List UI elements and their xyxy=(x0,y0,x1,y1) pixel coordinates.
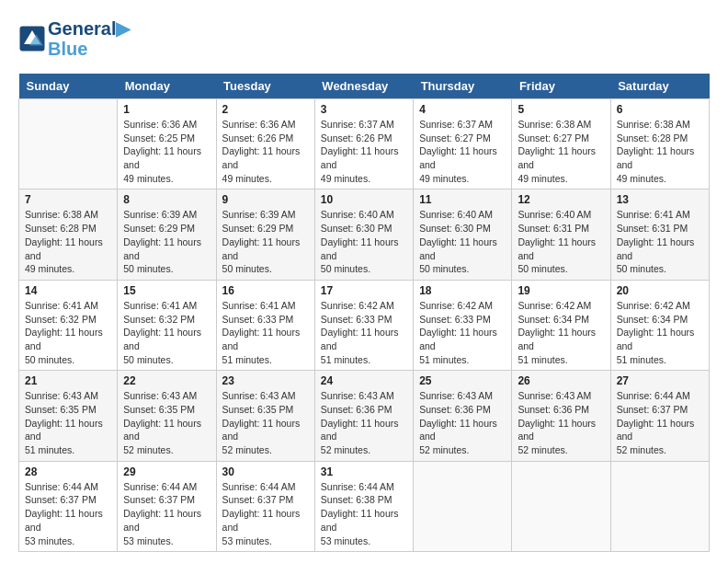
sunrise-text: Sunrise: 6:44 AM xyxy=(25,480,111,494)
daylight-text-2: 50 minutes. xyxy=(518,262,604,276)
sunset-text: Sunset: 6:31 PM xyxy=(617,222,703,236)
calendar-cell: 12Sunrise: 6:40 AMSunset: 6:31 PMDayligh… xyxy=(512,190,610,280)
calendar-cell: 8Sunrise: 6:39 AMSunset: 6:29 PMDaylight… xyxy=(118,190,216,280)
daylight-text-2: 51 minutes. xyxy=(617,353,703,367)
calendar-cell: 13Sunrise: 6:41 AMSunset: 6:31 PMDayligh… xyxy=(610,190,709,280)
sunrise-text: Sunrise: 6:36 AM xyxy=(123,118,210,132)
sunrise-text: Sunrise: 6:41 AM xyxy=(25,299,111,313)
daylight-text-1: Daylight: 11 hours and xyxy=(419,144,506,171)
day-info: Sunrise: 6:40 AMSunset: 6:30 PMDaylight:… xyxy=(419,208,506,275)
day-number: 17 xyxy=(321,284,407,297)
sunset-text: Sunset: 6:37 PM xyxy=(617,403,703,417)
daylight-text-1: Daylight: 11 hours and xyxy=(321,144,407,171)
day-number: 12 xyxy=(518,193,604,206)
calendar-cell: 30Sunrise: 6:44 AMSunset: 6:37 PMDayligh… xyxy=(216,461,314,551)
day-number: 4 xyxy=(419,103,506,116)
day-info: Sunrise: 6:41 AMSunset: 6:33 PMDaylight:… xyxy=(222,299,309,366)
day-info: Sunrise: 6:38 AMSunset: 6:28 PMDaylight:… xyxy=(25,208,111,275)
daylight-text-1: Daylight: 11 hours and xyxy=(321,417,407,443)
sunrise-text: Sunrise: 6:36 AM xyxy=(222,118,309,132)
sunrise-text: Sunrise: 6:40 AM xyxy=(419,208,506,222)
daylight-text-1: Daylight: 11 hours and xyxy=(123,144,210,171)
sunset-text: Sunset: 6:35 PM xyxy=(222,403,309,417)
day-number: 26 xyxy=(518,374,604,387)
sunset-text: Sunset: 6:37 PM xyxy=(222,493,309,507)
sunset-text: Sunset: 6:25 PM xyxy=(123,132,210,145)
logo: General▶ Blue xyxy=(18,18,130,59)
daylight-text-2: 51 minutes. xyxy=(419,353,506,367)
weekday-header-friday: Friday xyxy=(512,74,610,99)
daylight-text-2: 49 minutes. xyxy=(419,172,506,186)
daylight-text-2: 49 minutes. xyxy=(25,262,111,276)
page-header: General▶ Blue xyxy=(18,18,710,59)
sunrise-text: Sunrise: 6:43 AM xyxy=(321,389,407,403)
daylight-text-2: 51 minutes. xyxy=(321,353,407,367)
day-info: Sunrise: 6:44 AMSunset: 6:37 PMDaylight:… xyxy=(25,480,111,547)
calendar-cell: 15Sunrise: 6:41 AMSunset: 6:32 PMDayligh… xyxy=(118,280,216,370)
calendar-cell: 5Sunrise: 6:38 AMSunset: 6:27 PMDaylight… xyxy=(512,99,610,190)
sunrise-text: Sunrise: 6:42 AM xyxy=(321,299,407,313)
day-number: 7 xyxy=(25,193,111,206)
calendar-week-4: 21Sunrise: 6:43 AMSunset: 6:35 PMDayligh… xyxy=(19,371,710,461)
calendar-cell: 22Sunrise: 6:43 AMSunset: 6:35 PMDayligh… xyxy=(118,371,216,461)
calendar-week-3: 14Sunrise: 6:41 AMSunset: 6:32 PMDayligh… xyxy=(19,280,710,370)
calendar-cell: 11Sunrise: 6:40 AMSunset: 6:30 PMDayligh… xyxy=(414,190,512,280)
daylight-text-2: 52 minutes. xyxy=(419,443,506,457)
daylight-text-2: 53 minutes. xyxy=(321,534,407,548)
day-number: 31 xyxy=(321,465,407,478)
daylight-text-1: Daylight: 11 hours and xyxy=(222,417,309,443)
calendar-table: SundayMondayTuesdayWednesdayThursdayFrid… xyxy=(18,74,710,552)
sunset-text: Sunset: 6:35 PM xyxy=(123,403,210,417)
daylight-text-1: Daylight: 11 hours and xyxy=(123,326,210,352)
daylight-text-1: Daylight: 11 hours and xyxy=(617,417,703,443)
sunset-text: Sunset: 6:34 PM xyxy=(617,313,703,327)
calendar-week-1: 1Sunrise: 6:36 AMSunset: 6:25 PMDaylight… xyxy=(19,99,710,190)
day-number: 19 xyxy=(518,284,604,297)
day-number: 3 xyxy=(321,103,407,116)
daylight-text-1: Daylight: 11 hours and xyxy=(518,326,604,352)
sunset-text: Sunset: 6:27 PM xyxy=(419,132,506,145)
daylight-text-1: Daylight: 11 hours and xyxy=(321,326,407,352)
sunrise-text: Sunrise: 6:42 AM xyxy=(419,299,506,313)
calendar-cell: 23Sunrise: 6:43 AMSunset: 6:35 PMDayligh… xyxy=(216,371,314,461)
day-number: 9 xyxy=(222,193,309,206)
sunrise-text: Sunrise: 6:43 AM xyxy=(518,389,604,403)
sunset-text: Sunset: 6:26 PM xyxy=(321,132,407,145)
day-info: Sunrise: 6:42 AMSunset: 6:34 PMDaylight:… xyxy=(617,299,703,366)
day-info: Sunrise: 6:38 AMSunset: 6:28 PMDaylight:… xyxy=(617,118,703,185)
daylight-text-1: Daylight: 11 hours and xyxy=(518,144,604,171)
day-number: 10 xyxy=(321,193,407,206)
day-info: Sunrise: 6:41 AMSunset: 6:31 PMDaylight:… xyxy=(617,208,703,275)
day-info: Sunrise: 6:43 AMSunset: 6:35 PMDaylight:… xyxy=(222,389,309,456)
logo-text: General▶ xyxy=(48,18,130,39)
calendar-cell: 7Sunrise: 6:38 AMSunset: 6:28 PMDaylight… xyxy=(19,190,118,280)
calendar-cell: 17Sunrise: 6:42 AMSunset: 6:33 PMDayligh… xyxy=(314,280,413,370)
weekday-header-wednesday: Wednesday xyxy=(314,74,413,99)
sunrise-text: Sunrise: 6:38 AM xyxy=(518,118,604,132)
calendar-cell: 26Sunrise: 6:43 AMSunset: 6:36 PMDayligh… xyxy=(512,371,610,461)
sunrise-text: Sunrise: 6:43 AM xyxy=(222,389,309,403)
calendar-cell xyxy=(610,461,709,551)
calendar-cell: 1Sunrise: 6:36 AMSunset: 6:25 PMDaylight… xyxy=(118,99,216,190)
sunrise-text: Sunrise: 6:41 AM xyxy=(617,208,703,222)
calendar-cell: 16Sunrise: 6:41 AMSunset: 6:33 PMDayligh… xyxy=(216,280,314,370)
calendar-cell: 24Sunrise: 6:43 AMSunset: 6:36 PMDayligh… xyxy=(314,371,413,461)
calendar-cell xyxy=(19,99,118,190)
calendar-cell: 14Sunrise: 6:41 AMSunset: 6:32 PMDayligh… xyxy=(19,280,118,370)
day-info: Sunrise: 6:42 AMSunset: 6:34 PMDaylight:… xyxy=(518,299,604,366)
day-number: 24 xyxy=(321,374,407,387)
daylight-text-2: 53 minutes. xyxy=(123,534,210,548)
day-number: 6 xyxy=(617,103,703,116)
day-info: Sunrise: 6:44 AMSunset: 6:37 PMDaylight:… xyxy=(123,480,210,547)
daylight-text-2: 53 minutes. xyxy=(222,534,309,548)
sunset-text: Sunset: 6:36 PM xyxy=(321,403,407,417)
calendar-cell: 4Sunrise: 6:37 AMSunset: 6:27 PMDaylight… xyxy=(414,99,512,190)
day-info: Sunrise: 6:36 AMSunset: 6:26 PMDaylight:… xyxy=(222,118,309,185)
calendar-cell xyxy=(414,461,512,551)
day-number: 21 xyxy=(25,374,111,387)
daylight-text-1: Daylight: 11 hours and xyxy=(222,144,309,171)
sunrise-text: Sunrise: 6:39 AM xyxy=(123,208,210,222)
sunset-text: Sunset: 6:34 PM xyxy=(518,313,604,327)
sunrise-text: Sunrise: 6:38 AM xyxy=(617,118,703,132)
sunset-text: Sunset: 6:33 PM xyxy=(222,313,309,327)
